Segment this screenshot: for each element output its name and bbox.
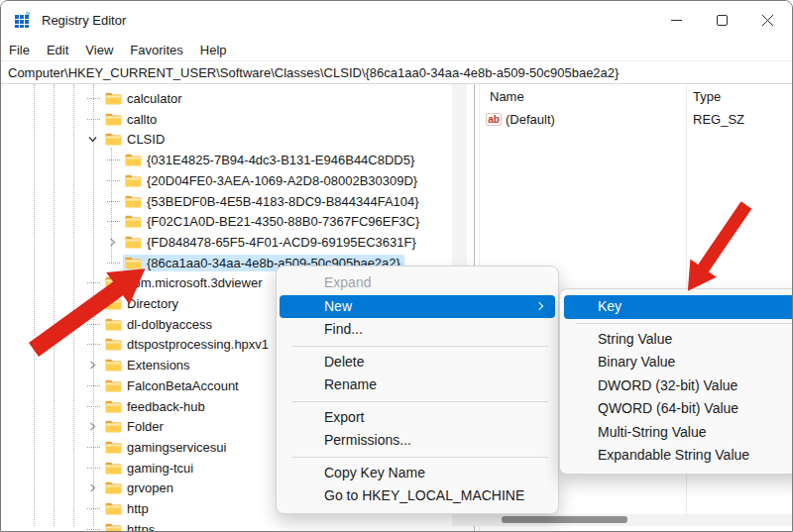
column-header-type[interactable]: Type (693, 89, 721, 104)
submenu-separator (576, 323, 793, 324)
registry-key[interactable]: grvopen (103, 479, 177, 496)
menubar-item-favorites[interactable]: Favorites (130, 43, 182, 57)
registry-key[interactable]: http (103, 500, 153, 517)
tree-item-callto[interactable]: callto (1, 109, 161, 130)
registry-key[interactable]: com.microsoft.3dviewer (103, 274, 267, 291)
menubar-item-view[interactable]: View (85, 43, 113, 57)
tree-item-fd848478-65f5-4f01-acd9-69195ec3631f[interactable]: {FD848478-65F5-4F01-ACD9-69195EC3631F} (1, 232, 420, 253)
submenu-item-label: DWORD (32-bit) Value (598, 374, 793, 398)
new-submenu: KeyString ValueBinary ValueDWORD (32-bit… (559, 288, 793, 475)
tree-item-grvopen[interactable]: grvopen (1, 478, 177, 498)
registry-key[interactable]: Folder (103, 418, 168, 435)
column-header-name[interactable]: Name (490, 89, 524, 104)
tree-item-53bedf0b-4e5b-4183-8dc9-b844344fa104[interactable]: {53BEDF0B-4E5B-4183-8DC9-B844344FA104} (1, 191, 423, 212)
registry-key[interactable]: gaming-tcui (103, 460, 197, 477)
tree-item-label: com.microsoft.3dviewer (127, 275, 263, 290)
context-menu-separator (292, 401, 548, 402)
context-menu-item-find[interactable]: Find... (280, 318, 555, 342)
tree-item-dl-dolbyaccess[interactable]: dl-dolbyaccess (1, 314, 216, 335)
tree-connector (84, 88, 103, 109)
submenu-item-dword-32-bit-value[interactable]: DWORD (32-bit) Value (564, 374, 793, 398)
tree-item-label: {53BEDF0B-4E5B-4183-8DC9-B844344FA104} (147, 194, 419, 209)
horizontal-scrollbar[interactable] (452, 514, 792, 526)
registry-key[interactable]: gamingservicesui (103, 439, 230, 456)
close-button[interactable] (744, 1, 790, 39)
context-menu-item-permissions[interactable]: Permissions... (280, 429, 555, 453)
tree-item-label: Directory (127, 296, 178, 311)
registry-key[interactable]: CLSID (103, 131, 169, 148)
submenu-item-qword-64-bit-value[interactable]: QWORD (64-bit) Value (564, 397, 793, 421)
tree-connector (84, 396, 103, 417)
tree-item-clsid[interactable]: CLSID (1, 129, 169, 150)
tree-item-extensions[interactable]: Extensions (1, 355, 194, 375)
context-menu-item-expand[interactable]: Expand (280, 271, 555, 295)
window-title: Registry Editor (42, 13, 126, 28)
submenu-item-string-value[interactable]: String Value (564, 328, 793, 352)
maximize-button[interactable] (699, 1, 744, 39)
tree-item-label: dtspostprocessing.hpxv1 (127, 337, 269, 352)
tree-item-feedback-hub[interactable]: feedback-hub (1, 396, 209, 417)
submenu-item-key[interactable]: Key (564, 295, 793, 319)
tree-item-gaming-tcui[interactable]: gaming-tcui (1, 458, 197, 479)
menubar-item-help[interactable]: Help (200, 43, 227, 57)
tree-item-20d04fe0-3aea-1069-a2d8-08002b30309d[interactable]: {20D04FE0-3AEA-1069-A2D8-08002B30309D} (1, 170, 421, 191)
registry-key[interactable]: {FD848478-65F5-4F01-ACD9-69195EC3631F} (123, 234, 420, 251)
tree-item-label: {20D04FE0-3AEA-1069-A2D8-08002B30309D} (147, 173, 417, 188)
registry-key[interactable]: Extensions (103, 357, 194, 373)
chevron-right-icon[interactable] (104, 232, 123, 253)
tree-item-https[interactable]: https (1, 519, 159, 531)
registry-key[interactable]: {031E4825-7B94-4dc3-B131-E946B44C8DD5} (123, 152, 418, 168)
submenu-item-multi-string-value[interactable]: Multi-String Value (564, 421, 793, 445)
tree-item-gamingservicesui[interactable]: gamingservicesui (1, 437, 230, 458)
menubar-item-edit[interactable]: Edit (47, 43, 68, 57)
registry-key[interactable]: Directory (103, 295, 182, 312)
tree-item-label: Extensions (127, 358, 190, 372)
submenu-item-expandable-string-value[interactable]: Expandable String Value (564, 444, 793, 468)
value-name-cell[interactable]: (Default) (506, 112, 555, 127)
registry-key[interactable]: dl-dolbyaccess (103, 316, 216, 333)
tree-item-label: {FD848478-65F5-4F01-ACD9-69195EC3631F} (147, 235, 416, 250)
context-menu-item-label: Expand (324, 271, 544, 295)
chevron-right-icon[interactable] (84, 416, 103, 437)
context-menu-item-copy-key-name[interactable]: Copy Key Name (280, 462, 555, 485)
registry-key[interactable]: {53BEDF0B-4E5B-4183-8DC9-B844344FA104} (123, 193, 423, 210)
registry-key[interactable]: callto (103, 111, 161, 128)
tree-item-http[interactable]: http (1, 498, 153, 519)
registry-key[interactable]: https (103, 521, 159, 531)
tree-item-falconbetaaccount[interactable]: FalconBetaAccount (1, 375, 243, 396)
context-menu-item-delete[interactable]: Delete (280, 351, 555, 374)
minimize-button[interactable] (653, 1, 699, 39)
value-type-cell: REG_SZ (693, 112, 744, 127)
submenu-item-binary-value[interactable]: Binary Value (564, 351, 793, 374)
registry-key[interactable]: {F02C1A0D-BE21-4350-88B0-7367FC96EF3C} (123, 213, 423, 230)
tree-item-label: https (127, 522, 155, 531)
registry-key[interactable]: feedback-hub (103, 398, 209, 415)
context-menu-item-rename[interactable]: Rename (280, 373, 555, 397)
horizontal-scrollbar-thumb[interactable] (502, 516, 627, 523)
tree-item-calculator[interactable]: calculator (1, 88, 186, 109)
tree-item-dtspostprocessing-hpxv1[interactable]: dtspostprocessing.hpxv1 (1, 334, 273, 355)
chevron-right-icon[interactable] (84, 478, 103, 498)
chevron-down-icon[interactable] (84, 129, 103, 150)
tree-item-folder[interactable]: Folder (1, 416, 168, 437)
tree-connector (104, 191, 123, 212)
submenu-item-label: Multi-String Value (598, 421, 793, 445)
registry-key[interactable]: calculator (103, 90, 186, 107)
context-menu-item-new[interactable]: New (280, 295, 555, 319)
chevron-right-icon[interactable] (84, 355, 103, 375)
tree-item-label: callto (127, 112, 157, 127)
tree-item-com-microsoft-3dviewer[interactable]: com.microsoft.3dviewer (1, 272, 267, 293)
tree-connector (84, 458, 103, 479)
tree-connector (104, 211, 123, 232)
context-menu-item-go-to-hkey-local-machine[interactable]: Go to HKEY_LOCAL_MACHINE (280, 484, 555, 508)
menubar-item-file[interactable]: File (9, 43, 30, 57)
address-bar[interactable]: Computer\HKEY_CURRENT_USER\Software\Clas… (1, 60, 792, 84)
context-menu-item-export[interactable]: Export (280, 406, 555, 430)
tree-item-031e4825-7b94-4dc3-b131-e946b44c8dd5[interactable]: {031E4825-7B94-4dc3-B131-E946B44C8DD5} (1, 150, 418, 170)
chevron-right-icon[interactable] (84, 293, 103, 314)
registry-key[interactable]: dtspostprocessing.hpxv1 (103, 336, 273, 353)
tree-item-f02c1a0d-be21-4350-88b0-7367fc96ef3c[interactable]: {F02C1A0D-BE21-4350-88B0-7367FC96EF3C} (1, 211, 423, 232)
tree-item-directory[interactable]: Directory (1, 293, 182, 314)
registry-key[interactable]: FalconBetaAccount (103, 377, 243, 394)
registry-key[interactable]: {20D04FE0-3AEA-1069-A2D8-08002B30309D} (123, 172, 421, 189)
